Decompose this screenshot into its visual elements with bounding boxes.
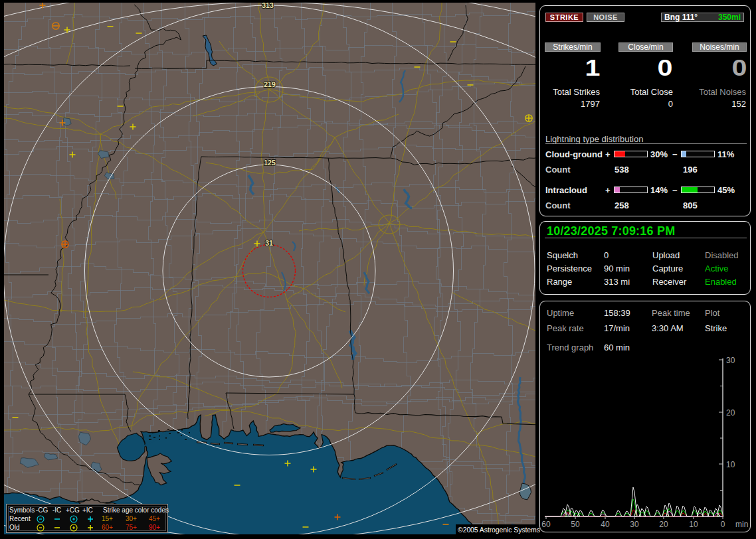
svg-text:20: 20 bbox=[726, 408, 735, 418]
svg-text:min: min bbox=[735, 520, 748, 529]
svg-text:20: 20 bbox=[659, 520, 668, 529]
svg-text:125: 125 bbox=[264, 159, 276, 167]
svg-text:31: 31 bbox=[265, 239, 273, 247]
svg-text:30: 30 bbox=[630, 520, 639, 529]
svg-text:219: 219 bbox=[264, 80, 276, 88]
svg-text:30: 30 bbox=[726, 356, 735, 365]
svg-text:40: 40 bbox=[601, 520, 610, 529]
svg-text:313: 313 bbox=[262, 3, 274, 9]
svg-text:10: 10 bbox=[689, 520, 698, 529]
svg-text:10: 10 bbox=[726, 460, 735, 469]
svg-text:60: 60 bbox=[541, 520, 551, 529]
svg-text:0: 0 bbox=[721, 520, 725, 529]
svg-text:50: 50 bbox=[571, 520, 580, 529]
